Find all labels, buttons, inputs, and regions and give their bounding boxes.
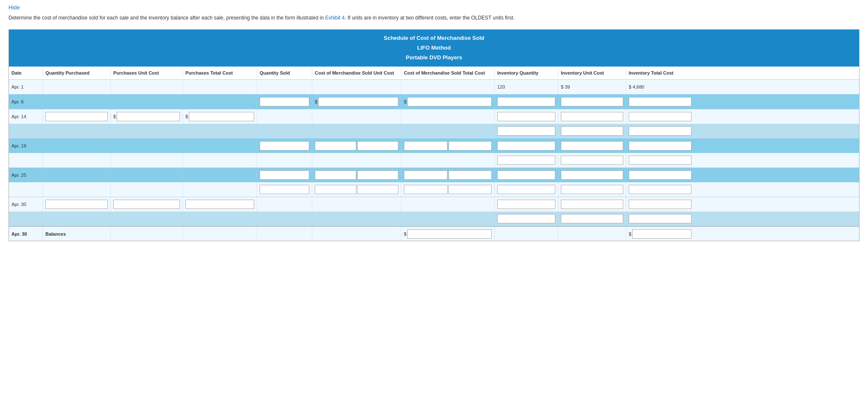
cell-qty-sold-apr25[interactable] bbox=[257, 168, 312, 182]
cell-inv-total-apr30-r1[interactable] bbox=[626, 197, 694, 212]
input-pur-unit-apr14[interactable] bbox=[117, 112, 180, 121]
cell-inv-total-apr6[interactable] bbox=[626, 95, 694, 109]
input-cms-unit-apr25-r2l[interactable] bbox=[315, 185, 356, 194]
input-inv-total-apr25-r2[interactable] bbox=[629, 185, 692, 194]
input-cms-unit-apr25-r2r[interactable] bbox=[357, 185, 399, 194]
cell-inv-total-apr14-r1[interactable] bbox=[626, 109, 694, 124]
cell-inv-total-apr19-r1[interactable] bbox=[626, 139, 694, 153]
input-cms-total-apr25-l[interactable] bbox=[404, 170, 448, 180]
input-inv-total-apr6[interactable] bbox=[629, 97, 692, 106]
exhibit4-link[interactable]: Exhibit 4 bbox=[325, 15, 344, 21]
input-cms-unit-apr19-l[interactable] bbox=[315, 141, 356, 150]
cell-pur-unit-apr14[interactable]: $ bbox=[111, 109, 183, 124]
input-cms-total-apr19-r[interactable] bbox=[448, 141, 492, 150]
input-cms-unit-apr25-l[interactable] bbox=[315, 170, 356, 180]
input-inv-qty-apr25-r2[interactable] bbox=[497, 185, 555, 194]
input-inv-unit-apr25-r1[interactable] bbox=[561, 170, 623, 180]
cell-cms-total-apr25-r2[interactable] bbox=[401, 182, 495, 197]
cell-qty-sold-apr19[interactable] bbox=[257, 139, 312, 153]
cell-inv-qty-apr14-r1[interactable] bbox=[495, 109, 558, 124]
cell-inv-qty-apr6[interactable] bbox=[495, 95, 558, 109]
cell-inv-unit-apr6[interactable] bbox=[558, 95, 626, 109]
input-inv-total-apr25-r1[interactable] bbox=[629, 170, 692, 180]
input-pur-total-apr30[interactable] bbox=[185, 200, 254, 209]
cell-cms-total-apr25[interactable] bbox=[401, 168, 495, 182]
input-cms-total-apr6[interactable] bbox=[407, 97, 492, 106]
cell-inv-total-apr25-r2[interactable] bbox=[626, 182, 694, 197]
input-inv-unit-apr19-r1[interactable] bbox=[561, 141, 623, 150]
cell-inv-qty-apr25-r1[interactable] bbox=[495, 168, 558, 182]
input-inv-unit-apr19-r2[interactable] bbox=[561, 156, 623, 165]
cell-inv-qty-apr30-r2[interactable] bbox=[495, 212, 558, 226]
input-inv-qty-apr14-r1[interactable] bbox=[497, 112, 555, 121]
input-qty-sold-apr25[interactable] bbox=[260, 170, 309, 180]
input-qty-pur-apr14[interactable] bbox=[45, 112, 108, 121]
input-inv-qty-apr25-r1[interactable] bbox=[497, 170, 555, 180]
cell-pur-total-apr14[interactable]: $ bbox=[183, 109, 257, 124]
input-qty-sold-apr25-r2[interactable] bbox=[260, 185, 309, 194]
cell-inv-unit-apr19-r1[interactable] bbox=[558, 139, 626, 153]
cell-inv-qty-apr19-r2[interactable] bbox=[495, 153, 558, 167]
cell-inv-qty-apr19-r1[interactable] bbox=[495, 139, 558, 153]
cell-inv-total-apr30-r2[interactable] bbox=[626, 212, 694, 226]
cell-inv-unit-apr25-r2[interactable] bbox=[558, 182, 626, 197]
cell-inv-unit-apr14-r2[interactable] bbox=[558, 124, 626, 138]
input-inv-total-apr30-r1[interactable] bbox=[629, 200, 692, 209]
input-qty-pur-apr30[interactable] bbox=[45, 200, 108, 209]
input-inv-qty-apr19-r2[interactable] bbox=[497, 156, 555, 165]
cell-inv-total-apr25-r1[interactable] bbox=[626, 168, 694, 182]
cell-qty-pur-apr30[interactable] bbox=[43, 197, 111, 212]
cell-pur-unit-apr30[interactable] bbox=[111, 197, 183, 212]
input-cms-total-apr25-r2l[interactable] bbox=[404, 185, 448, 194]
cell-qty-sold-apr6[interactable] bbox=[257, 95, 312, 109]
input-balances-inv-total[interactable] bbox=[632, 229, 692, 239]
cell-cms-unit-apr19[interactable] bbox=[312, 139, 401, 153]
cell-inv-qty-apr14-r2[interactable] bbox=[495, 124, 558, 138]
cell-inv-unit-apr25-r1[interactable] bbox=[558, 168, 626, 182]
cell-cms-total-apr19[interactable] bbox=[401, 139, 495, 153]
cell-inv-unit-apr14-r1[interactable] bbox=[558, 109, 626, 124]
cell-inv-total-apr19-r2[interactable] bbox=[626, 153, 694, 167]
cell-inv-qty-apr30-r1[interactable] bbox=[495, 197, 558, 212]
input-inv-total-apr14-r2[interactable] bbox=[629, 126, 692, 136]
input-balances-cms-total[interactable] bbox=[407, 229, 492, 239]
cell-cms-unit-apr6[interactable]: $ bbox=[312, 95, 401, 109]
input-pur-unit-apr30[interactable] bbox=[113, 200, 180, 209]
cell-qty-pur-apr14[interactable] bbox=[43, 109, 111, 124]
cell-cms-unit-apr25-r2[interactable] bbox=[312, 182, 401, 197]
input-inv-unit-apr14-r1[interactable] bbox=[561, 112, 623, 121]
cell-inv-unit-apr30-r2[interactable] bbox=[558, 212, 626, 226]
cell-inv-unit-apr30-r1[interactable] bbox=[558, 197, 626, 212]
input-inv-total-apr30-r2[interactable] bbox=[629, 214, 692, 223]
cell-balances-cms-total[interactable]: $ bbox=[401, 227, 495, 241]
input-cms-total-apr25-r[interactable] bbox=[448, 170, 492, 180]
input-inv-unit-apr30-r1[interactable] bbox=[561, 200, 623, 209]
hide-link[interactable]: Hide bbox=[8, 4, 20, 11]
input-inv-qty-apr6[interactable] bbox=[497, 97, 555, 106]
input-cms-unit-apr25-r[interactable] bbox=[357, 170, 399, 180]
input-inv-qty-apr19-r1[interactable] bbox=[497, 141, 555, 150]
input-pur-total-apr14[interactable] bbox=[189, 112, 254, 121]
input-inv-unit-apr30-r2[interactable] bbox=[561, 214, 623, 223]
input-qty-sold-apr19[interactable] bbox=[260, 141, 309, 150]
input-inv-unit-apr14-r2[interactable] bbox=[561, 126, 623, 136]
input-cms-total-apr25-r2r[interactable] bbox=[448, 185, 492, 194]
input-inv-unit-apr25-r2[interactable] bbox=[561, 185, 623, 194]
cell-cms-total-apr6[interactable]: $ bbox=[401, 95, 495, 109]
input-inv-qty-apr30-r1[interactable] bbox=[497, 200, 555, 209]
input-inv-total-apr19-r2[interactable] bbox=[629, 156, 692, 165]
input-inv-total-apr14-r1[interactable] bbox=[629, 112, 692, 121]
input-inv-qty-apr30-r2[interactable] bbox=[497, 214, 555, 223]
cell-pur-total-apr30[interactable] bbox=[183, 197, 257, 212]
input-inv-unit-apr6[interactable] bbox=[561, 97, 623, 106]
cell-inv-unit-apr19-r2[interactable] bbox=[558, 153, 626, 167]
input-inv-qty-apr14-r2[interactable] bbox=[497, 126, 555, 136]
cell-cms-unit-apr25[interactable] bbox=[312, 168, 401, 182]
cell-inv-total-apr14-r2[interactable] bbox=[626, 124, 694, 138]
input-qty-sold-apr6[interactable] bbox=[260, 97, 309, 106]
cell-balances-inv-total[interactable]: $ bbox=[626, 227, 694, 241]
cell-qty-sold-apr25-r2[interactable] bbox=[257, 182, 312, 197]
input-cms-unit-apr19-r[interactable] bbox=[357, 141, 399, 150]
input-cms-total-apr19-l[interactable] bbox=[404, 141, 448, 150]
input-inv-total-apr19-r1[interactable] bbox=[629, 141, 692, 150]
